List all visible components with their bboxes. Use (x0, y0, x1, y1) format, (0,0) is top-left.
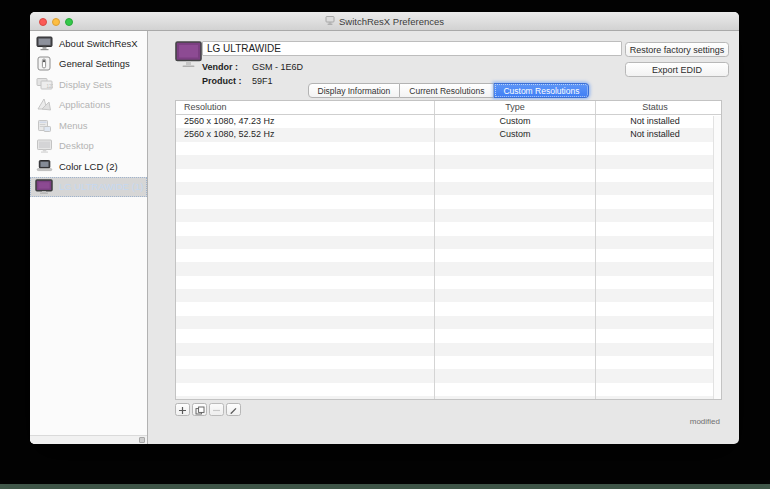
sidebar-item-display-sets: 123Display Sets (30, 74, 147, 95)
sidebar-item-about-switchresx[interactable]: About SwitchResX (30, 33, 147, 54)
tab-current-resolutions[interactable]: Current Resolutions (400, 83, 494, 98)
empty-cell (176, 142, 435, 155)
table-empty-row (176, 182, 721, 195)
close-button[interactable] (39, 18, 47, 26)
table-empty-row (176, 236, 721, 249)
empty-cell (435, 289, 596, 302)
table-empty-row (176, 369, 721, 382)
empty-cell (435, 155, 596, 168)
column-header-status[interactable]: Status (596, 101, 714, 114)
scrollbar-thumb[interactable] (139, 437, 145, 443)
empty-cell (596, 369, 714, 382)
column-header-resolution[interactable]: Resolution (176, 101, 435, 114)
desktop-icon (35, 138, 53, 153)
resolution-cell: 2560 x 1080, 47.23 Hz (176, 115, 435, 128)
sidebar-item-lg-ultrawide-1[interactable]: LG ULTRAWIDE (1) (30, 177, 147, 198)
empty-cell (176, 276, 435, 289)
sidebar-item-label: Menus (59, 120, 88, 131)
empty-cell (435, 302, 596, 315)
title-wrap: SwitchResX Preferences (325, 12, 444, 30)
empty-cell (176, 289, 435, 302)
sidebar-item-label: Display Sets (59, 79, 112, 90)
edit-resolution-button[interactable] (226, 403, 241, 416)
empty-cell (596, 289, 714, 302)
empty-cell (435, 195, 596, 208)
empty-cell (176, 249, 435, 262)
svg-text:123: 123 (46, 84, 53, 89)
empty-cell (176, 329, 435, 342)
empty-cell (596, 222, 714, 235)
empty-cell (435, 396, 596, 400)
sidebar-item-desktop: Desktop (30, 136, 147, 157)
sidebar-item-general-settings[interactable]: General Settings (30, 54, 147, 75)
empty-cell (435, 383, 596, 396)
table-empty-row (176, 396, 721, 400)
type-cell: Custom (435, 115, 596, 128)
window-title: SwitchResX Preferences (339, 16, 444, 27)
sidebar-item-label: General Settings (59, 58, 130, 69)
resolution-tabs: Display InformationCurrent ResolutionsCu… (175, 83, 722, 98)
restore-factory-settings-button[interactable]: Restore factory settings (625, 42, 729, 57)
sidebar-item-color-lcd-2[interactable]: Color LCD (2) (30, 156, 147, 177)
about-display-icon (35, 36, 53, 51)
remove-resolution-button[interactable] (209, 403, 224, 416)
plus-icon (178, 401, 187, 419)
empty-cell (176, 236, 435, 249)
table-empty-row (176, 316, 721, 329)
menus-icon (35, 118, 53, 133)
empty-cell (176, 155, 435, 168)
table-empty-row (176, 142, 721, 155)
empty-cell (596, 383, 714, 396)
empty-cell (176, 396, 435, 400)
titlebar[interactable]: SwitchResX Preferences (30, 12, 739, 31)
empty-cell (176, 369, 435, 382)
sidebar-item-label: About SwitchResX (59, 38, 138, 49)
tab-display-information[interactable]: Display Information (308, 83, 401, 98)
tab-custom-resolutions[interactable]: Custom Resolutions (494, 83, 589, 98)
monitor-purple-icon (35, 179, 53, 194)
empty-cell (435, 142, 596, 155)
empty-cell (596, 396, 714, 400)
table-empty-row (176, 383, 721, 396)
export-edid-button[interactable]: Export EDID (625, 62, 729, 77)
table-empty-row (176, 302, 721, 315)
table-vertical-scrollbar[interactable] (713, 116, 721, 399)
empty-cell (176, 316, 435, 329)
empty-cell (176, 356, 435, 369)
sidebar-horizontal-scrollbar[interactable] (30, 435, 147, 444)
empty-cell (596, 155, 714, 168)
vendor-value: GSM - 1E6D (252, 62, 303, 72)
empty-cell (435, 343, 596, 356)
table-empty-row (176, 276, 721, 289)
zoom-button[interactable] (65, 18, 73, 26)
table-row[interactable]: 2560 x 1080, 47.23 HzCustomNot installed (176, 115, 721, 128)
empty-cell (596, 195, 714, 208)
empty-cell (596, 276, 714, 289)
minimize-button[interactable] (52, 18, 60, 26)
empty-cell (596, 356, 714, 369)
display-monitor-icon (175, 41, 202, 72)
empty-cell (596, 329, 714, 342)
empty-cell (596, 236, 714, 249)
add-resolution-button[interactable] (175, 403, 190, 416)
display-sets-icon: 123 (35, 77, 53, 92)
table-empty-row (176, 356, 721, 369)
display-name-input[interactable] (202, 41, 622, 56)
applications-icon (35, 97, 53, 112)
column-header-type[interactable]: Type (435, 101, 596, 114)
table-empty-row (176, 249, 721, 262)
sidebar: About SwitchResXGeneral Settings123Displ… (30, 31, 148, 444)
desktop-background-strip (0, 484, 770, 489)
empty-cell (596, 302, 714, 315)
table-row[interactable]: 2560 x 1080, 52.52 HzCustomNot installed (176, 128, 721, 141)
status-cell: Not installed (596, 128, 714, 141)
table-empty-row (176, 155, 721, 168)
empty-cell (596, 316, 714, 329)
empty-cell (176, 302, 435, 315)
empty-cell (176, 169, 435, 182)
status-cell: Not installed (596, 115, 714, 128)
sidebar-item-label: LG ULTRAWIDE (1) (59, 181, 143, 192)
vendor-row: Vendor : GSM - 1E6D (202, 62, 303, 72)
duplicate-resolution-button[interactable] (192, 403, 207, 416)
empty-cell (435, 369, 596, 382)
